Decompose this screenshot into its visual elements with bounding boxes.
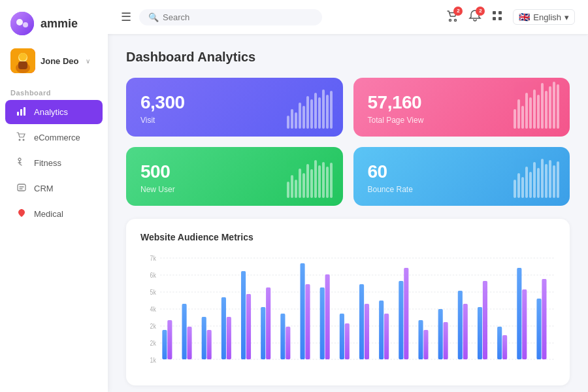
stat-card-pageview: 57,160 Total Page View [353,78,570,137]
svg-rect-70 [502,335,507,359]
user-profile[interactable]: Jone Deo ∨ [0,43,108,84]
svg-text:5k: 5k [150,288,156,296]
svg-rect-48 [286,327,290,359]
header: ☰ 🔍 2 2 [108,0,588,34]
stat-bounce-number: 60 [368,161,556,182]
sidebar-item-ecommerce[interactable]: eCommerce [5,125,103,150]
user-name: Jone Deo [41,56,79,66]
svg-rect-37 [182,304,187,359]
svg-rect-41 [221,297,226,359]
main-area: ☰ 🔍 2 2 [108,0,588,392]
svg-rect-63 [438,309,443,359]
svg-rect-53 [340,314,344,359]
svg-point-1 [16,19,23,25]
svg-rect-19 [493,17,496,20]
svg-rect-46 [266,287,270,359]
stat-visit-number: 6,300 [140,92,329,113]
svg-rect-10 [24,107,25,116]
sidebar: ammie Jone Deo ∨ Dashboard Analytics [0,0,108,392]
ecommerce-label: eCommerce [34,133,80,142]
svg-point-12 [23,139,25,141]
sidebar-item-analytics[interactable]: Analytics [5,100,103,124]
svg-rect-14 [18,184,25,191]
crm-icon [16,182,27,195]
svg-point-2 [23,22,28,27]
logo-text: ammie [41,17,78,31]
fitness-label: Fitness [34,158,61,168]
svg-rect-73 [536,299,541,359]
analytics-label: Analytics [34,107,68,117]
svg-rect-51 [320,287,325,359]
svg-text:1k: 1k [150,356,156,364]
svg-rect-47 [280,314,285,359]
stat-card-visit: 6,300 Visit [126,78,343,137]
logo-icon [10,12,34,35]
svg-rect-7 [18,61,27,69]
crm-label: CRM [34,184,54,193]
analytics-icon [16,106,27,118]
grid-button[interactable] [491,9,504,25]
svg-rect-52 [325,274,330,359]
cart-button[interactable]: 2 [446,9,459,25]
svg-rect-43 [241,271,246,359]
stat-bounce-label: Bounce Rate [368,185,556,194]
search-box[interactable]: 🔍 [139,9,322,25]
svg-rect-17 [493,11,496,14]
svg-rect-45 [261,307,265,359]
svg-text:7k: 7k [150,254,156,262]
stat-card-newuser: 500 New User [126,147,343,206]
menu-icon[interactable]: ☰ [121,10,131,24]
sidebar-item-fitness[interactable]: Fitness [5,151,103,175]
bar-chart: 7k 6k 5k 4k 2k 2k 1k [140,252,555,372]
search-input[interactable] [163,12,313,22]
svg-rect-69 [497,327,502,359]
sidebar-item-crm[interactable]: CRM [5,176,103,201]
sidebar-section-label: Dashboard [0,84,108,99]
stat-pageview-number: 57,160 [368,92,556,113]
notifications-button[interactable]: 2 [468,9,482,25]
svg-rect-50 [305,284,310,359]
svg-rect-20 [498,17,502,20]
svg-point-6 [19,53,27,61]
svg-rect-49 [300,263,304,359]
svg-rect-60 [404,268,408,359]
logo: ammie [0,0,108,43]
medical-icon [16,208,27,220]
svg-point-15 [449,19,451,21]
content-area: Dashboard Analytics 6,300 Visit 57,160 T… [108,34,588,392]
svg-rect-62 [423,330,428,359]
stat-visit-label: Visit [140,116,329,125]
svg-rect-65 [458,291,463,359]
search-icon: 🔍 [148,12,159,22]
svg-rect-64 [444,322,448,359]
sidebar-item-medical[interactable]: Medical [5,202,103,226]
svg-rect-39 [202,317,206,359]
svg-rect-74 [542,279,546,359]
svg-rect-54 [345,323,350,359]
stat-card-bounce: 60 Bounce Rate [353,147,570,206]
lang-label: English [533,12,561,22]
svg-rect-71 [517,268,521,359]
svg-rect-72 [522,289,527,359]
ecommerce-icon [16,131,27,144]
user-chevron-icon: ∨ [86,57,90,65]
svg-rect-67 [478,307,482,359]
chart-title: Website Audience Metrics [140,232,555,242]
svg-point-11 [19,139,21,141]
svg-rect-35 [162,330,167,359]
svg-text:2k: 2k [150,339,156,347]
svg-rect-68 [483,281,487,359]
notif-badge: 2 [476,7,485,16]
language-selector[interactable]: 🇬🇧 English ▾ [513,9,575,25]
chart-section: Website Audience Metrics 7k 6k 5k 4k [126,219,570,385]
stat-cards: 6,300 Visit 57,160 Total Page View [126,78,570,206]
stat-pageview-label: Total Page View [368,116,556,125]
svg-text:4k: 4k [150,305,156,313]
svg-rect-36 [167,320,172,359]
svg-rect-9 [20,109,22,116]
medical-label: Medical [34,209,63,219]
chart-container: 7k 6k 5k 4k 2k 2k 1k [140,252,555,372]
cart-badge: 2 [453,7,463,16]
svg-point-16 [455,19,457,21]
svg-text:6k: 6k [150,271,156,279]
